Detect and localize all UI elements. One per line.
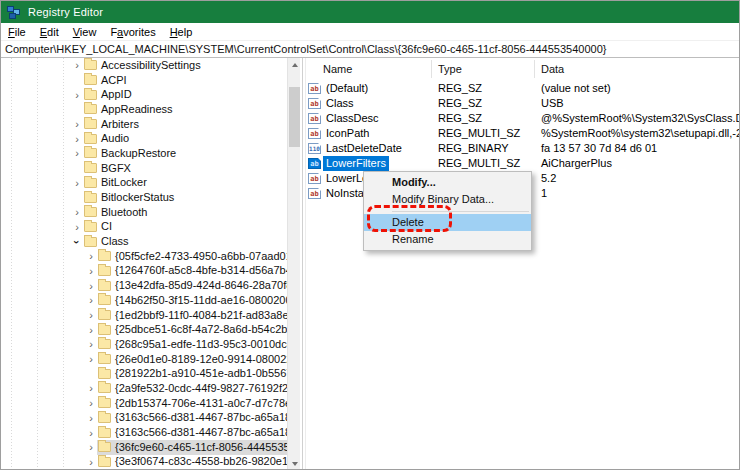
folder-icon bbox=[84, 134, 97, 144]
chevron-right-icon[interactable]: › bbox=[85, 383, 97, 393]
tree-item[interactable]: ›BitLocker bbox=[1, 176, 287, 191]
folder-icon bbox=[84, 193, 97, 203]
context-menu-item-modify-binary-data[interactable]: Modify Binary Data... bbox=[364, 191, 531, 208]
chevron-right-icon[interactable]: › bbox=[85, 325, 97, 335]
column-header-data[interactable]: Data bbox=[541, 63, 564, 75]
tree-item[interactable]: ›Arbiters bbox=[1, 117, 287, 132]
value-row[interactable]: abClassREG_SZUSB bbox=[306, 96, 740, 111]
context-menu-item-modify[interactable]: Modify... bbox=[364, 174, 531, 191]
pane-splitter[interactable] bbox=[302, 58, 303, 470]
tree-item[interactable]: ›CI bbox=[1, 220, 287, 235]
chevron-right-icon[interactable]: › bbox=[71, 90, 83, 100]
tree-item-label: Bluetooth bbox=[100, 206, 150, 219]
chevron-right-icon[interactable]: › bbox=[85, 398, 97, 408]
chevron-right-icon[interactable]: › bbox=[71, 148, 83, 158]
chevron-right-icon[interactable]: › bbox=[85, 339, 97, 349]
chevron-right-icon[interactable]: › bbox=[85, 266, 97, 276]
tree-item[interactable]: ›{2a9fe532-0cdc-44f9-9827-76192f2ca2f bbox=[1, 381, 287, 396]
tree-item-label: {2a9fe532-0cdc-44f9-9827-76192f2ca2f bbox=[114, 382, 287, 395]
value-row[interactable]: abLowerFiltersREG_MULTI_SZAiChargerPlus bbox=[306, 156, 740, 171]
tree-item[interactable]: ›{268c95a1-edfe-11d3-95c3-0010dc4050 bbox=[1, 337, 287, 352]
folder-icon bbox=[84, 163, 97, 173]
tree-item-label: BGFX bbox=[100, 162, 134, 175]
value-row[interactable]: abIconPathREG_MULTI_SZ%SystemRoot%\syste… bbox=[306, 126, 740, 141]
tree-item[interactable]: ›{36fc9e60-c465-11cf-8056-44455354000 bbox=[1, 440, 287, 455]
value-row[interactable]: abClassDescREG_SZ@%SystemRoot%\System32\… bbox=[306, 111, 740, 126]
folder-icon bbox=[98, 310, 111, 320]
tree-item[interactable]: ›{281922b1-a910-451e-adb1-0b5567f1ed bbox=[1, 366, 287, 381]
chevron-right-icon[interactable]: › bbox=[85, 428, 97, 438]
tree-item[interactable]: ›BackupRestore bbox=[1, 146, 287, 161]
tree-item-label: {268c95a1-edfe-11d3-95c3-0010dc4050 bbox=[114, 338, 287, 351]
chevron-right-icon[interactable]: › bbox=[85, 354, 97, 364]
menu-edit[interactable]: Edit bbox=[33, 24, 66, 40]
column-separator[interactable] bbox=[534, 60, 535, 78]
column-separator[interactable] bbox=[431, 60, 432, 78]
tree-item-label: BitlockerStatus bbox=[100, 191, 177, 204]
chevron-right-icon[interactable]: › bbox=[71, 178, 83, 188]
value-data: %SystemRoot%\system32\setupapi.dll,-20 bbox=[541, 127, 740, 139]
value-data: @%SystemRoot%\System32\SysClass.Dll,-302… bbox=[541, 112, 740, 124]
tree-item[interactable]: ›BGFX bbox=[1, 161, 287, 176]
menu-file[interactable]: File bbox=[1, 24, 33, 40]
tree-item[interactable]: ›{14b62f50-3f15-11dd-ae16-0800200c9a6 bbox=[1, 293, 287, 308]
chevron-right-icon[interactable]: › bbox=[85, 281, 97, 291]
tree-item[interactable]: ›{3163c566-d381-4467-87bc-a65a18d5b6 bbox=[1, 411, 287, 426]
chevron-right-icon[interactable]: › bbox=[85, 457, 97, 467]
string-value-icon: ab bbox=[308, 158, 321, 169]
chevron-right-icon[interactable]: › bbox=[71, 207, 83, 217]
tree-vertical-scrollbar[interactable] bbox=[287, 58, 300, 470]
tree-item[interactable]: ›{3e3f0674-c83c-4558-bb26-9820e1eba5 bbox=[1, 455, 287, 470]
tree-item[interactable]: ›AccessibilitySettings bbox=[1, 58, 287, 73]
context-menu-item-delete[interactable]: Delete bbox=[364, 214, 531, 231]
chevron-right-icon[interactable]: › bbox=[85, 413, 97, 423]
values-list-pane[interactable]: Name Type Data ab(Default)REG_SZ(value n… bbox=[306, 58, 740, 470]
tree-item[interactable]: ›ACPI bbox=[1, 73, 287, 88]
menu-separator bbox=[392, 211, 529, 212]
tree-item-label: {3163c566-d381-4467-87bc-a65a18d5b6 bbox=[114, 411, 287, 424]
tree-item[interactable]: ›{3163c566-d381-4467-87bc-a65a18d5b6 bbox=[1, 425, 287, 440]
value-row[interactable]: 110LastDeleteDateREG_BINARYfa 13 57 30 7… bbox=[306, 141, 740, 156]
tree-item[interactable]: ›{25dbce51-6c8f-4a72-8a6d-b54c2b4fc8 bbox=[1, 322, 287, 337]
chevron-right-icon[interactable]: › bbox=[71, 222, 83, 232]
column-header-type[interactable]: Type bbox=[438, 63, 462, 75]
tree-item[interactable]: ›{1ed2bbf9-11f0-4084-b21f-ad83a8e6dc bbox=[1, 308, 287, 323]
scroll-down-arrow-icon[interactable] bbox=[288, 457, 301, 470]
tree-item-label: {1264760f-a5c8-4bfe-b314-d56a7b44a36 bbox=[114, 264, 287, 277]
tree-item[interactable]: ›{2db15374-706e-4131-a0c7-d7c78eb028 bbox=[1, 396, 287, 411]
window-title: Registry Editor bbox=[28, 6, 103, 18]
value-name: LastDeleteDate bbox=[323, 141, 405, 156]
tree-item[interactable]: ›{26e0d1e0-8189-12e0-9914-0800223019 bbox=[1, 352, 287, 367]
menu-view[interactable]: View bbox=[66, 24, 104, 40]
chevron-right-icon[interactable]: › bbox=[85, 310, 97, 320]
column-header-name[interactable]: Name bbox=[323, 63, 352, 75]
tree-item[interactable]: ›Class bbox=[1, 234, 287, 249]
tree-item[interactable]: ›BitlockerStatus bbox=[1, 190, 287, 205]
menu-favorites[interactable]: Favorites bbox=[103, 24, 162, 40]
tree-item[interactable]: ›Audio bbox=[1, 131, 287, 146]
tree-item[interactable]: ›{1264760f-a5c8-4bfe-b314-d56a7b44a36 bbox=[1, 264, 287, 279]
title-bar[interactable]: Registry Editor bbox=[1, 1, 740, 23]
context-menu: Modify...Modify Binary Data...DeleteRena… bbox=[363, 171, 532, 251]
scrollbar-thumb[interactable] bbox=[289, 87, 300, 147]
registry-tree-pane[interactable]: ›AccessibilitySettings›ACPI›AppID›AppRea… bbox=[1, 58, 287, 470]
chevron-down-icon[interactable]: › bbox=[72, 236, 82, 248]
chevron-right-icon[interactable]: › bbox=[85, 251, 97, 261]
chevron-right-icon[interactable]: › bbox=[85, 442, 97, 452]
tree-item[interactable]: ›AppReadiness bbox=[1, 102, 287, 117]
chevron-right-icon[interactable]: › bbox=[71, 60, 83, 70]
menu-help[interactable]: Help bbox=[163, 24, 200, 40]
chevron-right-icon[interactable]: › bbox=[85, 295, 97, 305]
chevron-right-icon[interactable]: › bbox=[71, 119, 83, 129]
tree-item[interactable]: ›Bluetooth bbox=[1, 205, 287, 220]
tree-item[interactable]: ›{13e42dfa-85d9-424d-8646-28a70f864f9 bbox=[1, 278, 287, 293]
tree-item-label: {2db15374-706e-4131-a0c7-d7c78eb028 bbox=[114, 397, 287, 410]
chevron-right-icon[interactable]: › bbox=[71, 134, 83, 144]
tree-item[interactable]: ›AppID bbox=[1, 87, 287, 102]
context-menu-item-rename[interactable]: Rename bbox=[364, 231, 531, 248]
address-bar[interactable]: Computer\HKEY_LOCAL_MACHINE\SYSTEM\Curre… bbox=[1, 41, 740, 58]
scroll-up-arrow-icon[interactable] bbox=[288, 58, 301, 72]
tree-item[interactable]: ›{05f5cfe2-4733-4950-a6bb-07aad01a3a8 bbox=[1, 249, 287, 264]
value-row[interactable]: ab(Default)REG_SZ(value not set) bbox=[306, 81, 740, 96]
value-type: REG_SZ bbox=[438, 82, 482, 94]
